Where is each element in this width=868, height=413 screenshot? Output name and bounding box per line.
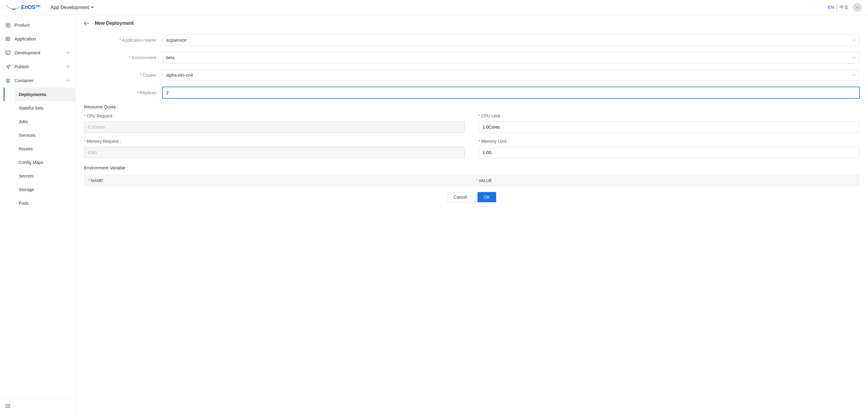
chevron-down-icon [852, 74, 856, 77]
caret-down-icon [91, 7, 94, 8]
logo-text: EnOS™ [21, 4, 41, 10]
sidebar-item-services[interactable]: Services [15, 128, 75, 142]
sidebar-item-label: Development [14, 51, 40, 55]
cluster-label: *Cluster : [84, 73, 162, 78]
lang-separator: | [836, 4, 838, 10]
top-header: EnOS™ App Development EN | 中文 e [0, 0, 868, 15]
sidebar-item-label: Container [14, 78, 33, 83]
sidebar-item-label: Jobs [19, 119, 28, 124]
sidebar-item-label: Deployments [19, 92, 46, 97]
language-switch[interactable]: EN | 中文 [828, 4, 849, 10]
sidebar-item-config-maps[interactable]: Config Maps [15, 155, 75, 169]
dev-icon [5, 51, 10, 55]
chevron-down-icon [852, 39, 856, 41]
mem-request-input [84, 147, 465, 158]
app-name-value: ecpservice [166, 38, 187, 42]
collapse-icon [5, 404, 10, 408]
container-submenu: Deployments Stateful Sets Jobs Services … [0, 88, 75, 210]
sidebar-item-jobs[interactable]: Jobs [15, 115, 75, 128]
cpu-request-input [84, 121, 465, 133]
sidebar-item-container[interactable]: Container [0, 73, 75, 88]
stack-icon [5, 79, 10, 83]
sidebar-item-label: Config Maps [19, 160, 43, 165]
cpu-limit-field[interactable] [483, 125, 856, 129]
sidebar-item-pods[interactable]: Pods [15, 196, 75, 210]
svg-rect-4 [8, 23, 10, 25]
mem-request-label: *Memory Request : [84, 139, 465, 144]
lang-zh[interactable]: 中文 [840, 4, 849, 10]
app-name-select[interactable]: ecpservice [162, 34, 860, 46]
svg-rect-11 [6, 51, 10, 54]
svg-point-1 [11, 8, 13, 10]
env-var-table-head: *NAME *VALUE [84, 175, 860, 186]
mem-limit-label: *Memory Limit : [479, 139, 860, 144]
sidebar-item-label: Publish [14, 64, 29, 69]
app-selector[interactable]: App Development [51, 5, 94, 10]
sidebar-item-label: Secrets [19, 174, 33, 178]
sidebar-item-product[interactable]: Product [0, 18, 75, 32]
chevron-down-icon [67, 66, 70, 68]
arrow-left-icon [84, 21, 89, 25]
sidebar-collapse-button[interactable] [0, 399, 75, 413]
form-actions: Cancel OK [84, 192, 860, 202]
env-col-value: *VALUE [472, 178, 860, 183]
cpu-limit-input[interactable] [479, 121, 860, 133]
sidebar-item-label: Storage [19, 187, 34, 192]
env-col-name: *NAME [84, 178, 472, 183]
cluster-value: alpha-k8s-cn4 [166, 73, 193, 78]
sidebar-item-label: Services [19, 133, 36, 138]
chevron-up-icon [67, 80, 70, 82]
chevron-down-icon [852, 57, 856, 59]
svg-rect-10 [8, 39, 10, 41]
grid-icon [5, 23, 10, 27]
svg-point-0 [13, 8, 14, 10]
replicas-label: *Replicas : [84, 90, 162, 95]
logo-swirl-icon [6, 4, 21, 11]
sidebar-item-label: Application [14, 36, 36, 41]
sidebar-item-stateful-sets[interactable]: Stateful Sets [15, 101, 75, 115]
cpu-request-field [88, 125, 461, 129]
logo[interactable]: EnOS™ [6, 4, 46, 11]
svg-rect-8 [8, 37, 10, 38]
cluster-select[interactable]: alpha-k8s-cn4 [162, 69, 860, 81]
lang-en[interactable]: EN [828, 4, 834, 10]
avatar[interactable]: e [853, 3, 862, 12]
environment-label: *Environment : [84, 55, 162, 60]
send-icon [5, 65, 10, 69]
svg-point-2 [14, 8, 16, 10]
environment-select[interactable]: beta [162, 52, 860, 63]
sidebar-item-application[interactable]: Application [0, 32, 75, 46]
sidebar-item-storage[interactable]: Storage [15, 183, 75, 196]
sidebar-item-label: Stateful Sets [19, 106, 43, 111]
ok-button[interactable]: OK [477, 192, 496, 202]
svg-rect-7 [6, 37, 7, 38]
sidebar-item-secrets[interactable]: Secrets [15, 169, 75, 183]
page-title: New Deployment [95, 21, 134, 26]
sidebar-item-label: Routes [19, 146, 33, 151]
resource-quota-heading: Resource Quota : [84, 105, 860, 109]
main-content: New Deployment *Application Name : ecpse… [75, 15, 868, 413]
app-name-label: *Application Name : [84, 38, 162, 42]
svg-point-6 [8, 26, 10, 27]
mem-limit-field[interactable] [483, 150, 856, 155]
sidebar-item-routes[interactable]: Routes [15, 142, 75, 155]
sidebar-item-development[interactable]: Development [0, 46, 75, 60]
env-var-heading: Environment Variable : [84, 166, 860, 170]
mem-limit-input[interactable] [479, 147, 860, 158]
avatar-initial: e [856, 5, 858, 10]
apps-icon [5, 37, 10, 41]
replicas-input[interactable] [162, 87, 860, 98]
cpu-request-label: *CPU Request : [84, 114, 465, 118]
sidebar-item-deployments[interactable]: Deployments [15, 88, 75, 101]
replicas-input-field[interactable] [166, 90, 856, 95]
back-button[interactable] [84, 21, 89, 25]
sidebar-item-publish[interactable]: Publish [0, 60, 75, 73]
chevron-down-icon [67, 52, 70, 54]
cancel-button[interactable]: Cancel [447, 192, 473, 202]
app-selector-label: App Development [51, 5, 89, 10]
svg-rect-3 [6, 23, 7, 25]
cpu-limit-label: *CPU Limit : [479, 114, 860, 118]
environment-value: beta [166, 55, 175, 60]
sidebar: Product Application Development [0, 15, 75, 413]
mem-request-field [88, 150, 461, 155]
